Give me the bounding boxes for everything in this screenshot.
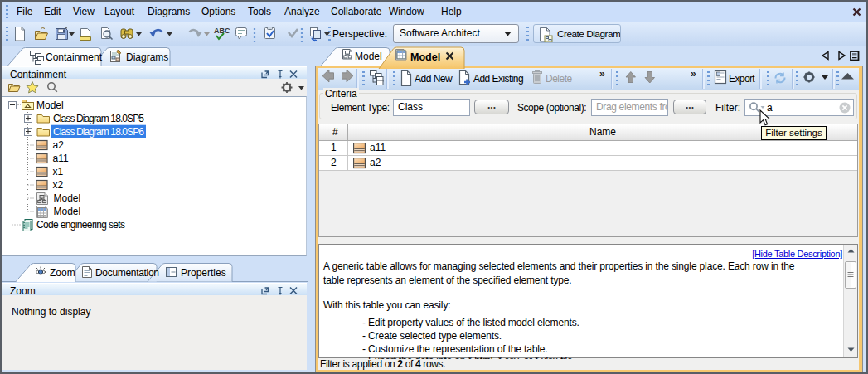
- svg-text:»: »: [599, 68, 605, 80]
- svg-text:Containment: Containment: [46, 51, 103, 63]
- svg-text:Model: Model: [54, 206, 81, 217]
- svg-text:a11: a11: [53, 153, 69, 164]
- svg-text:Model: Model: [355, 51, 382, 62]
- svg-text:Documentation: Documentation: [95, 267, 159, 279]
- svg-text:Diagrams: Diagrams: [126, 51, 168, 63]
- svg-text:Zoom: Zoom: [50, 267, 75, 279]
- svg-text:Class Diagram 18.0SP6: Class Diagram 18.0SP6: [53, 126, 144, 138]
- svg-text:Properties: Properties: [181, 267, 226, 279]
- svg-text:»: »: [691, 68, 696, 80]
- svg-text:Code engineering sets: Code engineering sets: [36, 219, 125, 231]
- svg-text:Model: Model: [54, 192, 81, 204]
- svg-text:Model: Model: [36, 100, 64, 111]
- svg-text:Model: Model: [410, 51, 440, 63]
- svg-text:a2: a2: [53, 139, 65, 151]
- svg-text:ABC: ABC: [214, 27, 230, 35]
- svg-text:x2: x2: [53, 179, 64, 191]
- svg-text:x1: x1: [53, 166, 64, 177]
- svg-text:Class Diagram 18.0SP5: Class Diagram 18.0SP5: [53, 113, 144, 124]
